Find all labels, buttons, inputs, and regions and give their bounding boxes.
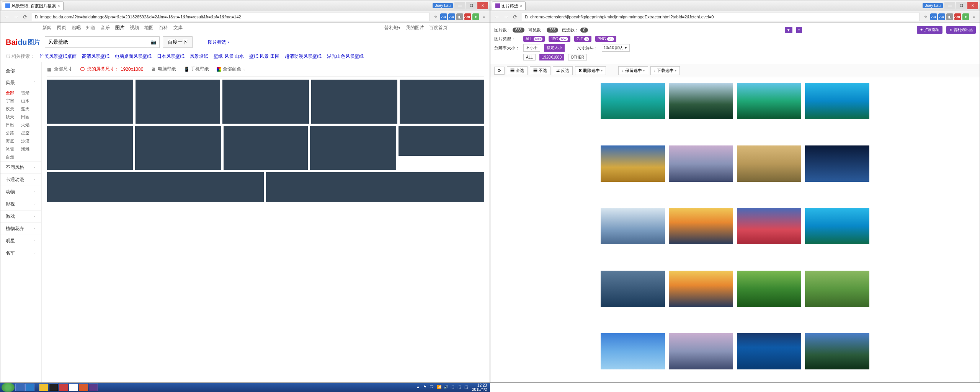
refresh-button[interactable]: ⟳ [494,67,505,75]
ext-thumb[interactable] [737,271,801,307]
ext-thumb[interactable] [737,83,801,119]
nav-map[interactable]: 地图 [144,24,154,31]
forward-button[interactable]: → [12,13,20,21]
pc-wallpaper[interactable]: 🖥电脑壁纸 [151,66,176,72]
menu-icon[interactable]: ≡ [480,13,487,20]
ext-thumb[interactable] [737,145,801,182]
close-button[interactable]: ✕ [477,2,488,9]
your-screen[interactable]: 🖵您的屏幕尺寸：1920x1080 [80,66,143,72]
tab-close-icon[interactable]: × [57,3,60,8]
credit-button[interactable]: ⊕ 普利炮出品 [946,26,976,34]
image-thumb[interactable] [47,172,264,202]
sidebar-cat[interactable]: 不同风格⌄ [0,161,41,173]
maximize-button[interactable]: ☐ [956,2,967,9]
sidebar-cat[interactable]: 名车⌄ [0,247,41,259]
user-badge[interactable]: Joey Lau [923,3,943,8]
type-all-button[interactable]: ALL688 [523,36,545,42]
maximize-button[interactable]: ☐ [466,2,477,9]
ext-gray-icon[interactable]: ◧ [456,13,463,20]
camera-icon[interactable]: 📷 [148,36,160,48]
subcat-item[interactable]: 全部 [6,90,21,96]
tab-close-icon[interactable]: × [520,3,522,8]
nav-video[interactable]: 视频 [130,24,139,31]
tray-icon[interactable]: ⬚ [464,385,470,390]
ext-gray-icon[interactable]: ◧ [946,13,953,20]
subcat-item[interactable]: 田园 [21,114,36,120]
search-button[interactable]: 百度一下 [163,36,193,48]
left-titlebar[interactable]: 风景壁纸_百度图片搜索 × Joey Lau — ☐ ✕ [0,0,490,11]
tray-icon[interactable]: ⬚ [457,385,463,390]
ext-ad-icon[interactable]: AD [930,13,937,20]
nav-tieba[interactable]: 贴吧 [72,24,81,31]
size-all[interactable]: ▦全部尺寸 [47,66,72,72]
subcat-item[interactable]: 秋天 [6,114,21,120]
ext-ad2-icon[interactable]: AD [938,13,945,20]
ext-thumb[interactable] [601,83,665,119]
ext-thumb[interactable] [805,271,869,307]
related-link[interactable]: 日本风景壁纸 [157,53,185,60]
filter-link[interactable]: 图片筛选 › [208,39,229,46]
nav-myimg[interactable]: 我的图片 [406,25,424,30]
related-link[interactable]: 电脑桌面风景壁纸 [115,53,152,60]
nav-image[interactable]: 图片 [115,24,124,31]
sidebar-cat[interactable]: 明星⌄ [0,235,41,247]
nav-baike[interactable]: 百科 [159,24,168,31]
subcat-item[interactable]: 沙漠 [21,138,36,144]
sidebar-cat[interactable]: 动物⌄ [0,186,41,198]
invert-button[interactable]: ⇄ 反选 [553,66,573,75]
nav-home[interactable]: 百度首页 [429,25,448,30]
subcat-item[interactable]: 宇宙 [6,98,21,104]
delete-selected-button[interactable]: ✖ 删除选中▾ [575,66,606,75]
close-button[interactable]: ✕ [967,2,978,9]
ext-thumb[interactable] [601,271,665,307]
ext-thumb[interactable] [601,208,665,244]
right-titlebar[interactable]: 图片筛选 × Joey Lau — ☐ ✕ [490,0,980,11]
baidu-logo[interactable]: Baidu图片 [6,36,41,49]
nav-news[interactable]: 新闻 [42,24,52,31]
res-all-button[interactable]: ALL [523,54,536,60]
select-none-button[interactable]: ☰ 不选 [530,66,550,75]
ext-thumb[interactable] [669,145,733,182]
user-badge[interactable]: Joey Lau [433,3,453,8]
subcat-item[interactable]: 海底 [6,138,21,144]
subcat-item[interactable]: 星空 [21,130,36,136]
image-thumb[interactable] [400,80,484,124]
taskbar-ie-icon[interactable] [25,384,34,391]
browser-tab[interactable]: 风景壁纸_百度图片搜索 × [2,2,64,10]
tray-icon[interactable]: 📶 [437,385,442,390]
nav-zhidao[interactable]: 知道 [86,24,95,31]
star-icon[interactable]: ☆ [432,13,439,20]
image-thumb[interactable] [47,126,133,170]
type-png-button[interactable]: PNG25 [595,36,616,42]
url-field[interactable]: 🗋 chrome-extension://jlpocahfkplgepninhp… [522,13,920,21]
mobile-wallpaper[interactable]: 📱手机壁纸 [184,66,209,72]
back-button[interactable]: ← [3,13,11,21]
subcat-item[interactable]: 雪景 [21,90,36,96]
ext-green-icon[interactable]: ● [962,13,969,20]
nav-web[interactable]: 网页 [57,24,66,31]
subcat-item[interactable]: 山水 [21,98,36,104]
res-exact-button[interactable]: 指定大小 [544,44,565,52]
ext-thumb[interactable] [805,83,869,119]
download-selected-button[interactable]: ↓ 下载选中▾ [650,66,680,75]
reload-button[interactable]: ⟳ [511,13,519,21]
ext-thumb[interactable] [601,333,665,369]
ext-thumb[interactable] [805,208,869,244]
image-thumb[interactable] [310,126,396,170]
subcat-item[interactable]: 公路 [6,130,21,136]
sidebar-cat[interactable]: 卡通动漫⌄ [0,173,41,186]
ext-thumb[interactable] [601,145,665,182]
subcat-item[interactable]: 海滩 [21,146,36,152]
related-link[interactable]: 高清风景壁纸 [82,53,109,60]
related-link[interactable]: 壁纸 风景 山水 [214,53,244,60]
funnel-icon-button[interactable]: ▼ [785,27,792,33]
tray-icon[interactable]: 🔊 [444,385,449,390]
system-tray[interactable]: ▲ ⚑ 🛡 📶 🔊 ⬚ ⬚ ⬚ [416,385,470,390]
res-1920-button[interactable]: 1920X1080 [539,54,564,60]
browser-tab[interactable]: 图片筛选 × [492,2,526,10]
taskbar-app-icon[interactable] [89,384,98,391]
ext-thumb[interactable] [669,208,733,244]
funnel-select[interactable]: 10x10 默认 ▼ [602,44,630,52]
tray-icon[interactable]: ▲ [416,385,421,390]
related-link[interactable]: 唯美风景壁纸桌面 [40,53,77,60]
